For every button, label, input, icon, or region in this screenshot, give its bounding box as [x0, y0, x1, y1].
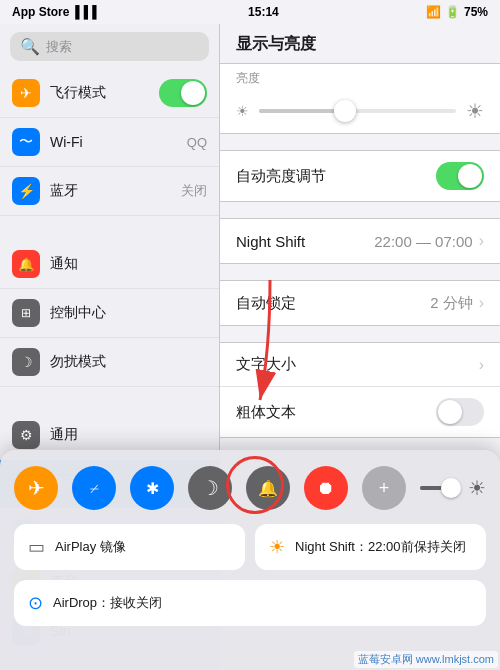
cc-bluetooth-btn[interactable]: ✱	[130, 466, 174, 510]
cc-night-shift-btn[interactable]: ☀ Night Shift：22:00前保持关闭	[255, 524, 486, 570]
signal-icon: ▌▌▌	[75, 5, 101, 19]
cc-bluetooth-icon: ✱	[146, 479, 159, 498]
cc-airplay-icon: ▭	[28, 536, 45, 558]
cc-airdrop-btn[interactable]: ⊙ AirDrop：接收关闭	[14, 580, 486, 626]
watermark: 蓝莓安卓网 www.lmkjst.com	[354, 651, 498, 668]
airplane-toggle[interactable]	[159, 79, 207, 107]
sidebar-label-notification: 通知	[50, 255, 207, 273]
section-divider-2	[0, 387, 219, 411]
auto-lock-row[interactable]: 自动锁定 2 分钟 ›	[220, 281, 500, 325]
wifi-icon-box: 〜	[12, 128, 40, 156]
bluetooth-icon-box: ⚡	[12, 177, 40, 205]
sidebar-value-wifi: QQ	[187, 135, 207, 150]
auto-lock-label: 自动锁定	[236, 294, 430, 313]
auto-brightness-label: 自动亮度调节	[236, 167, 436, 186]
control-center-icon-box: ⊞	[12, 299, 40, 327]
auto-lock-value: 2 分钟	[430, 294, 473, 313]
search-input[interactable]: 搜索	[46, 38, 72, 56]
cc-icons-row: ✈ ⌿ ✱ ☽ 🔔 ⏺ + ☀	[14, 466, 486, 510]
text-section: 文字大小 › 粗体文本	[220, 342, 500, 438]
brightness-low-icon: ☀	[236, 103, 249, 119]
night-shift-section: Night Shift 22:00 — 07:00 ›	[220, 218, 500, 264]
airplane-icon-box: ✈	[12, 79, 40, 107]
auto-brightness-section: 自动亮度调节	[220, 150, 500, 202]
battery-icon: 🔋	[445, 5, 460, 19]
status-bar: App Store ▌▌▌ 15:14 📶 🔋 75%	[0, 0, 500, 24]
status-right: 📶 🔋 75%	[426, 5, 488, 19]
cc-airdrop-icon: ⊙	[28, 592, 43, 614]
cc-wifi-btn[interactable]: ⌿	[72, 466, 116, 510]
auto-brightness-toggle[interactable]	[436, 162, 484, 190]
bold-text-toggle[interactable]	[436, 398, 484, 426]
sidebar-label-dnd: 勿扰模式	[50, 353, 207, 371]
search-bar[interactable]: 🔍 搜索	[10, 32, 209, 61]
section-divider-1	[0, 216, 219, 240]
sidebar-label-control-center: 控制中心	[50, 304, 207, 322]
app-store-icon: App Store	[12, 5, 69, 19]
cc-buttons-row: ▭ AirPlay 镜像 ☀ Night Shift：22:00前保持关闭	[14, 524, 486, 570]
cc-airplay-label: AirPlay 镜像	[55, 538, 126, 556]
search-icon: 🔍	[20, 37, 40, 56]
cc-plus-icon: +	[379, 478, 390, 499]
general-icon-box: ⚙	[12, 421, 40, 449]
sidebar-label-bluetooth: 蓝牙	[50, 182, 171, 200]
cc-airplane-btn[interactable]: ✈	[14, 466, 58, 510]
night-shift-label: Night Shift	[236, 233, 374, 250]
brightness-high-icon: ☀	[466, 99, 484, 123]
cc-airdrop-row: ⊙ AirDrop：接收关闭	[14, 580, 486, 626]
dnd-icon: ☽	[20, 354, 33, 370]
brightness-slider-fill	[259, 109, 338, 113]
status-left: App Store ▌▌▌	[12, 5, 101, 19]
sidebar-item-wifi[interactable]: 〜 Wi-Fi QQ	[0, 118, 219, 167]
wifi-sidebar-icon: 〜	[19, 133, 33, 151]
sidebar-label-wifi: Wi-Fi	[50, 134, 177, 150]
cc-brightness-slider-fill	[420, 486, 442, 490]
cc-record-btn[interactable]: ⏺	[304, 466, 348, 510]
cc-bell-icon: 🔔	[258, 479, 278, 498]
sidebar-label-airplane: 飞行模式	[50, 84, 149, 102]
auto-brightness-row: 自动亮度调节	[220, 151, 500, 201]
notification-icon-box: 🔔	[12, 250, 40, 278]
cc-airdrop-label: AirDrop：接收关闭	[53, 594, 162, 612]
brightness-slider-track[interactable]	[259, 109, 456, 113]
cc-airplay-btn[interactable]: ▭ AirPlay 镜像	[14, 524, 245, 570]
sidebar-item-airplane[interactable]: ✈ 飞行模式	[0, 69, 219, 118]
airplane-icon: ✈	[20, 85, 32, 101]
cc-plus-btn[interactable]: +	[362, 466, 406, 510]
sidebar-value-bluetooth: 关闭	[181, 182, 207, 200]
sidebar-item-control-center[interactable]: ⊞ 控制中心	[0, 289, 219, 338]
panel-title: 显示与亮度	[236, 35, 316, 52]
bold-text-label: 粗体文本	[236, 403, 436, 422]
battery-percent: 75%	[464, 5, 488, 19]
control-center-overlay: ✈ ⌿ ✱ ☽ 🔔 ⏺ + ☀	[0, 450, 500, 670]
wifi-status-icon: 📶	[426, 5, 441, 19]
text-size-label: 文字大小	[236, 355, 479, 374]
bluetooth-icon: ⚡	[18, 183, 35, 199]
text-size-chevron: ›	[479, 356, 484, 374]
cc-brightness-slider-track[interactable]	[420, 486, 460, 490]
bold-text-row: 粗体文本	[220, 387, 500, 437]
cc-brightness-icon: ☀	[468, 476, 486, 500]
cc-wifi-icon: ⌿	[89, 478, 100, 499]
night-shift-chevron: ›	[479, 232, 484, 250]
sidebar-item-bluetooth[interactable]: ⚡ 蓝牙 关闭	[0, 167, 219, 216]
auto-brightness-toggle-thumb	[458, 164, 482, 188]
cc-moon-icon: ☽	[201, 476, 219, 500]
cc-moon-btn[interactable]: ☽	[188, 466, 232, 510]
night-shift-row[interactable]: Night Shift 22:00 — 07:00 ›	[220, 219, 500, 263]
cc-bell-btn[interactable]: 🔔	[246, 466, 290, 510]
sidebar-item-notification[interactable]: 🔔 通知	[0, 240, 219, 289]
sidebar-item-dnd[interactable]: ☽ 勿扰模式	[0, 338, 219, 387]
cc-brightness-slider-thumb[interactable]	[441, 478, 461, 498]
brightness-section: 亮度 ☀ ☀	[220, 63, 500, 134]
control-center-icon: ⊞	[21, 306, 31, 320]
text-size-row[interactable]: 文字大小 ›	[220, 343, 500, 387]
cc-night-shift-icon: ☀	[269, 536, 285, 558]
brightness-row: ☀ ☀	[220, 89, 500, 133]
brightness-slider-thumb[interactable]	[334, 100, 356, 122]
panel-header: 显示与亮度	[220, 24, 500, 63]
notification-icon: 🔔	[18, 257, 34, 272]
bold-text-toggle-thumb	[438, 400, 462, 424]
airplane-toggle-thumb	[181, 81, 205, 105]
cc-record-icon: ⏺	[317, 478, 335, 499]
